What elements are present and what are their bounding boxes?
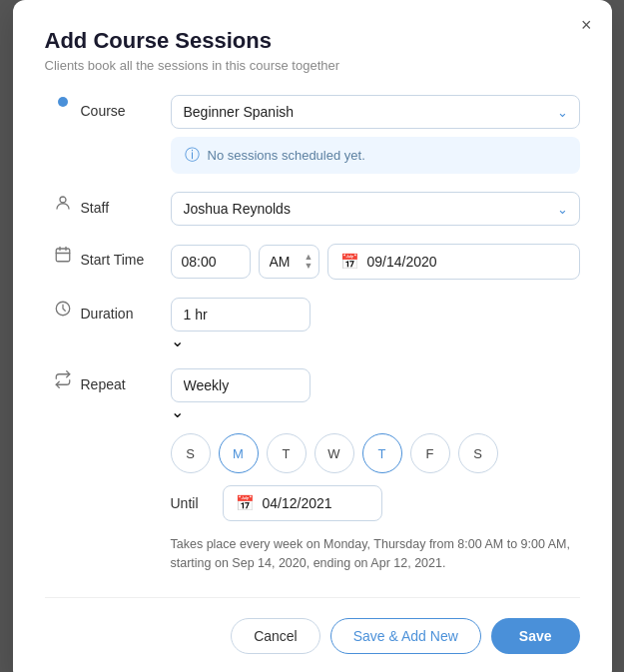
staff-label: Staff	[81, 192, 171, 216]
start-date-value: 09/14/2020	[367, 254, 437, 270]
day-button-sun[interactable]: S	[171, 433, 211, 473]
start-time-row: Start Time AM PM ▲ ▼ 📅 09/14/2020	[45, 244, 580, 280]
staff-row: Staff Joshua Reynolds ⌄	[45, 192, 580, 226]
staff-icon	[45, 192, 81, 212]
until-date-value: 04/12/2021	[263, 495, 332, 511]
repeat-content: Weekly Daily Monthly ⌄ S M T W T F S Unt…	[171, 368, 580, 573]
duration-icon	[45, 298, 81, 318]
time-inputs-row: AM PM ▲ ▼ 📅 09/14/2020	[171, 244, 580, 280]
modal-container: × Add Course Sessions Clients book all t…	[13, 0, 612, 672]
modal-title: Add Course Sessions	[45, 28, 580, 54]
start-time-icon	[45, 244, 81, 264]
day-button-thu[interactable]: T	[362, 433, 402, 473]
save-add-button[interactable]: Save & Add New	[330, 618, 481, 654]
duration-select[interactable]: 1 hr 30 min 1.5 hr 2 hr	[171, 298, 311, 332]
course-label: Course	[81, 95, 171, 119]
staff-select[interactable]: Joshua Reynolds	[171, 192, 580, 226]
footer-buttons: Cancel Save & Add New Save	[45, 597, 580, 654]
start-time-label: Start Time	[81, 244, 171, 268]
summary-text: Takes place every week on Monday, Thursd…	[171, 535, 580, 573]
course-info-text: No sessions scheduled yet.	[208, 148, 365, 163]
repeat-select[interactable]: Weekly Daily Monthly	[171, 368, 311, 402]
start-date-field[interactable]: 📅 09/14/2020	[327, 244, 580, 280]
staff-select-wrapper[interactable]: Joshua Reynolds ⌄	[171, 192, 580, 226]
day-button-wed[interactable]: W	[314, 433, 354, 473]
svg-point-0	[60, 197, 66, 203]
course-icon	[45, 95, 81, 107]
until-calendar-icon: 📅	[236, 494, 255, 512]
course-select-wrapper[interactable]: Beginner Spanish ⌄	[171, 95, 580, 129]
repeat-label: Repeat	[81, 368, 171, 392]
day-button-sat[interactable]: S	[458, 433, 498, 473]
duration-chevron-icon: ⌄	[171, 333, 184, 349]
day-button-tue[interactable]: T	[267, 433, 307, 473]
until-row: Until 📅 04/12/2021	[171, 485, 580, 521]
start-time-content: AM PM ▲ ▼ 📅 09/14/2020	[171, 244, 580, 280]
save-button[interactable]: Save	[491, 618, 580, 654]
modal-subtitle: Clients book all the sessions in this co…	[45, 58, 580, 73]
day-button-fri[interactable]: F	[410, 433, 450, 473]
course-row: Course Beginner Spanish ⌄ ⓘ No sessions …	[45, 95, 580, 174]
duration-select-wrapper[interactable]: 1 hr 30 min 1.5 hr 2 hr ⌄	[171, 298, 311, 350]
cancel-button[interactable]: Cancel	[231, 618, 320, 654]
repeat-select-wrapper[interactable]: Weekly Daily Monthly ⌄	[171, 368, 311, 421]
day-button-mon[interactable]: M	[219, 433, 259, 473]
close-button[interactable]: ×	[581, 16, 592, 34]
duration-row: Duration 1 hr 30 min 1.5 hr 2 hr ⌄	[45, 298, 580, 350]
ampm-wrapper[interactable]: AM PM ▲ ▼	[259, 245, 319, 279]
repeat-icon	[45, 368, 81, 388]
info-icon: ⓘ	[185, 146, 200, 165]
repeat-chevron-icon: ⌄	[171, 403, 184, 420]
course-content: Beginner Spanish ⌄ ⓘ No sessions schedul…	[171, 95, 580, 174]
course-select[interactable]: Beginner Spanish	[171, 95, 580, 129]
svg-rect-1	[56, 249, 70, 262]
duration-label: Duration	[81, 298, 171, 322]
course-info-box: ⓘ No sessions scheduled yet.	[171, 137, 580, 174]
duration-content: 1 hr 30 min 1.5 hr 2 hr ⌄	[171, 298, 580, 350]
until-date-field[interactable]: 📅 04/12/2021	[223, 485, 382, 521]
time-input[interactable]	[171, 245, 251, 279]
ampm-select[interactable]: AM PM	[259, 245, 319, 279]
staff-content: Joshua Reynolds ⌄	[171, 192, 580, 226]
days-row: S M T W T F S	[171, 433, 580, 473]
until-label: Until	[171, 495, 211, 511]
calendar-icon: 📅	[340, 253, 359, 271]
repeat-row: Repeat Weekly Daily Monthly ⌄ S M T W T …	[45, 368, 580, 573]
